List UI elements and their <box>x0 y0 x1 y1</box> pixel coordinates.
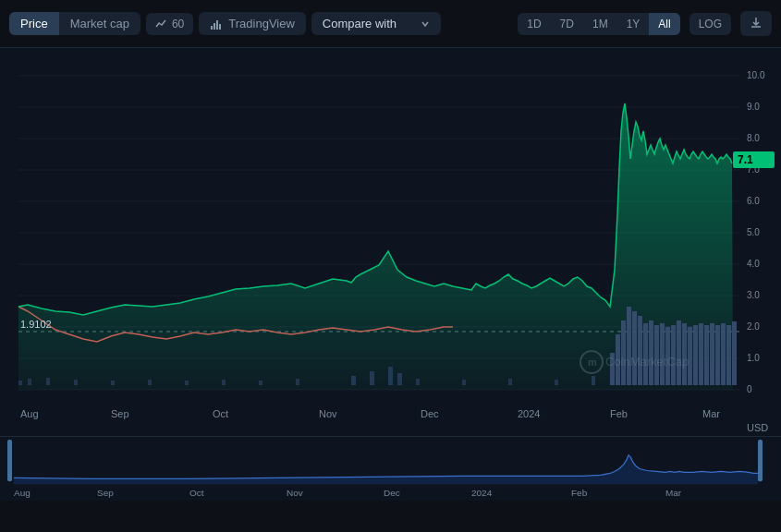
svg-rect-45 <box>555 380 558 385</box>
mini-chart-svg: Aug Sep Oct Nov Dec 2024 Feb Mar <box>0 437 781 501</box>
svg-text:Feb: Feb <box>571 488 588 498</box>
svg-text:Sep: Sep <box>111 408 129 419</box>
svg-text:Aug: Aug <box>14 488 31 498</box>
svg-text:3.0: 3.0 <box>747 290 760 300</box>
svg-rect-32 <box>111 381 115 385</box>
svg-text:Aug: Aug <box>20 408 39 419</box>
svg-rect-1 <box>214 23 215 30</box>
svg-text:CoinMarketCap: CoinMarketCap <box>605 355 689 369</box>
svg-text:Mar: Mar <box>702 408 720 419</box>
svg-text:Oct: Oct <box>189 488 204 498</box>
svg-rect-41 <box>397 373 402 385</box>
time-1d-button[interactable]: 1D <box>518 13 550 35</box>
time-1m-button[interactable]: 1M <box>583 13 617 35</box>
tradingview-icon <box>210 18 223 30</box>
svg-rect-96 <box>758 440 763 481</box>
svg-rect-50 <box>627 307 631 385</box>
price-marketcap-group: Price Market cap <box>9 12 140 35</box>
svg-rect-37 <box>296 379 299 385</box>
svg-text:Dec: Dec <box>384 488 400 498</box>
svg-rect-36 <box>259 381 262 385</box>
svg-rect-49 <box>621 320 626 385</box>
chevron-down-icon <box>421 19 430 29</box>
svg-rect-67 <box>721 323 726 385</box>
svg-rect-40 <box>388 367 393 385</box>
compare-dropdown[interactable]: Compare with <box>311 12 441 35</box>
svg-text:2.0: 2.0 <box>747 321 760 332</box>
svg-rect-64 <box>704 325 709 385</box>
svg-rect-31 <box>74 380 78 385</box>
svg-rect-51 <box>632 311 637 385</box>
line-chart-icon <box>155 18 168 30</box>
tradingview-label: TradingView <box>228 17 295 30</box>
svg-text:1.9102: 1.9102 <box>20 319 52 330</box>
svg-rect-66 <box>715 325 720 385</box>
tradingview-button[interactable]: TradingView <box>199 12 306 35</box>
svg-text:4.0: 4.0 <box>747 259 760 269</box>
chart-svg: 10.0 9.0 8.0 7.0 6.0 5.0 4.0 3.0 2.0 1.0… <box>0 48 781 436</box>
svg-text:Sep: Sep <box>97 488 114 498</box>
svg-rect-44 <box>508 379 512 385</box>
svg-rect-33 <box>148 380 152 385</box>
svg-text:Dec: Dec <box>421 408 439 419</box>
svg-text:USD: USD <box>747 422 768 433</box>
svg-rect-52 <box>638 316 642 385</box>
time-range-group: 1D 7D 1M 1Y All <box>518 13 679 35</box>
svg-text:9.0: 9.0 <box>747 102 760 112</box>
time-7d-button[interactable]: 7D <box>551 13 583 35</box>
svg-rect-39 <box>370 371 374 385</box>
svg-rect-42 <box>416 379 420 385</box>
svg-marker-27 <box>18 103 733 390</box>
svg-rect-68 <box>726 325 731 385</box>
interval-label: 60 <box>172 18 184 30</box>
svg-rect-63 <box>699 323 703 385</box>
main-chart: 10.0 9.0 8.0 7.0 6.0 5.0 4.0 3.0 2.0 1.0… <box>0 48 781 436</box>
time-all-button[interactable]: All <box>649 13 679 35</box>
svg-rect-28 <box>18 381 22 385</box>
svg-rect-65 <box>710 323 714 385</box>
svg-text:0: 0 <box>747 384 752 394</box>
svg-text:2024: 2024 <box>518 408 540 419</box>
svg-rect-0 <box>211 26 213 30</box>
svg-text:2024: 2024 <box>471 488 493 498</box>
svg-rect-29 <box>28 379 31 385</box>
svg-text:Nov: Nov <box>319 408 337 419</box>
svg-text:Mar: Mar <box>665 488 682 498</box>
svg-text:Feb: Feb <box>610 408 628 419</box>
svg-rect-62 <box>693 325 698 385</box>
svg-rect-35 <box>222 380 226 385</box>
svg-rect-69 <box>732 321 737 385</box>
svg-rect-54 <box>649 320 653 385</box>
svg-text:5.0: 5.0 <box>747 227 760 237</box>
svg-rect-59 <box>677 320 681 385</box>
svg-text:1.0: 1.0 <box>747 353 760 363</box>
svg-text:6.0: 6.0 <box>747 196 760 206</box>
toolbar: Price Market cap 60 TradingView Compare … <box>0 0 781 48</box>
price-button[interactable]: Price <box>9 12 59 35</box>
download-button[interactable] <box>740 11 772 36</box>
log-button[interactable]: LOG <box>689 13 731 35</box>
svg-text:10.0: 10.0 <box>747 70 765 80</box>
svg-text:7.1: 7.1 <box>738 153 753 166</box>
svg-rect-34 <box>185 381 189 385</box>
svg-text:Oct: Oct <box>213 408 228 419</box>
svg-rect-30 <box>46 378 50 385</box>
mini-chart: Aug Sep Oct Nov Dec 2024 Feb Mar <box>0 436 781 501</box>
compare-label: Compare with <box>323 17 397 30</box>
chart-type-button[interactable]: 60 <box>146 13 193 35</box>
marketcap-button[interactable]: Market cap <box>59 12 140 35</box>
time-1y-button[interactable]: 1Y <box>617 13 650 35</box>
svg-rect-3 <box>219 24 221 30</box>
svg-text:m: m <box>588 357 597 368</box>
svg-rect-38 <box>351 376 356 385</box>
svg-rect-2 <box>216 20 218 30</box>
svg-text:Nov: Nov <box>287 488 303 498</box>
download-icon <box>750 16 763 29</box>
svg-rect-43 <box>462 380 466 385</box>
svg-rect-95 <box>7 440 12 481</box>
svg-rect-46 <box>592 376 595 385</box>
svg-text:8.0: 8.0 <box>747 133 760 143</box>
